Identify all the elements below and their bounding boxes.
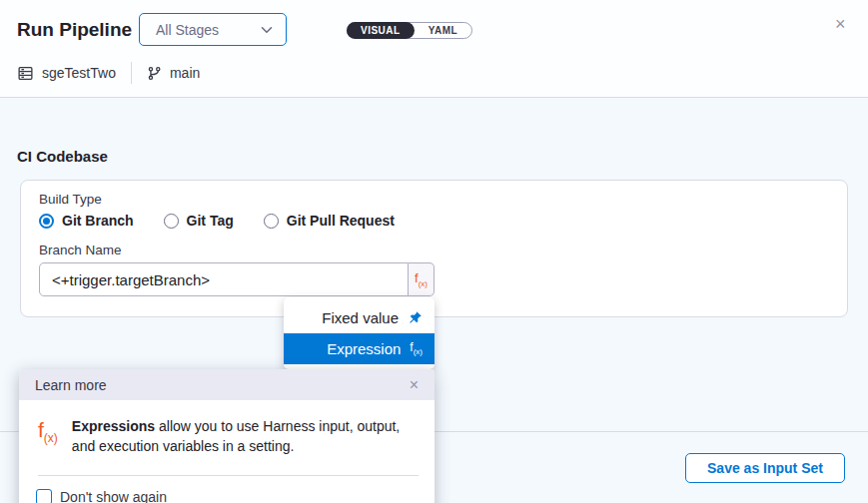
menu-item-expression[interactable]: Expression f(x) (284, 333, 434, 364)
radio-git-branch[interactable]: Git Branch (39, 213, 134, 229)
menu-item-label: Expression (327, 340, 401, 357)
branch-name-input-row: f(x) (39, 262, 434, 296)
menu-item-fixed-value[interactable]: Fixed value (284, 302, 434, 333)
repo-name: sgeTestTwo (42, 65, 116, 81)
git-branch-icon (147, 66, 162, 81)
ci-codebase-card: Build Type Git Branch Git Tag Git Pull R… (20, 180, 848, 317)
stage-selector-value: All Stages (156, 22, 219, 38)
radio-label: Git Pull Request (287, 213, 395, 229)
dont-show-again-label: Don't show again (60, 489, 167, 503)
run-pipeline-dialog: Run Pipeline All Stages VISUAL YAML × (0, 0, 868, 503)
branch-name: main (170, 65, 200, 81)
divider (131, 62, 132, 84)
dont-show-again-checkbox[interactable] (36, 489, 52, 503)
dialog-header: Run Pipeline All Stages VISUAL YAML × (0, 0, 868, 98)
save-as-input-set-button[interactable]: Save as Input Set (685, 453, 845, 483)
value-type-menu: Fixed value Expression f(x) (284, 297, 434, 369)
fx-icon: f(x) (415, 271, 428, 288)
radio-selected-icon[interactable] (39, 214, 54, 229)
popover-text: Expressions allow you to use Harness inp… (72, 416, 412, 456)
popover-text-bold: Expressions (72, 418, 155, 434)
radio-git-tag[interactable]: Git Tag (164, 213, 234, 229)
pipeline-meta-row: sgeTestTwo main (17, 61, 200, 85)
radio-git-pull-request[interactable]: Git Pull Request (264, 213, 395, 229)
menu-item-label: Fixed value (322, 309, 399, 326)
popover-body: f(x) Expressions allow you to use Harnes… (19, 400, 434, 456)
close-icon[interactable]: × (835, 15, 846, 33)
radio-unselected-icon[interactable] (164, 214, 179, 229)
popover-title: Learn more (35, 377, 107, 393)
learn-more-popover: Learn more × f(x) Expressions allow you … (19, 369, 434, 503)
pin-icon (408, 310, 423, 325)
fx-icon-large: f(x) (38, 419, 58, 456)
toggle-yaml[interactable]: YAML (415, 23, 471, 38)
section-title-ci-codebase: CI Codebase (17, 148, 108, 165)
radio-label: Git Branch (62, 213, 134, 229)
toggle-visual[interactable]: VISUAL (347, 22, 415, 39)
chevron-down-icon (261, 26, 273, 34)
build-type-radio-group: Git Branch Git Tag Git Pull Request (39, 213, 425, 229)
radio-label: Git Tag (187, 213, 234, 229)
popover-header: Learn more × (19, 369, 434, 400)
stage-selector[interactable]: All Stages (139, 13, 287, 46)
radio-unselected-icon[interactable] (264, 214, 279, 229)
fx-button[interactable]: f(x) (409, 262, 434, 296)
branch-name-input[interactable] (39, 262, 409, 296)
fx-icon: f(x) (410, 341, 423, 356)
build-type-label: Build Type (39, 192, 102, 207)
popover-close-icon[interactable]: × (410, 377, 419, 393)
branch-name-label: Branch Name (39, 243, 122, 257)
dont-show-again-row[interactable]: Don't show again (19, 476, 434, 503)
repository-icon (17, 65, 34, 82)
page-title: Run Pipeline (17, 19, 132, 41)
visual-yaml-toggle: VISUAL YAML (347, 22, 472, 39)
